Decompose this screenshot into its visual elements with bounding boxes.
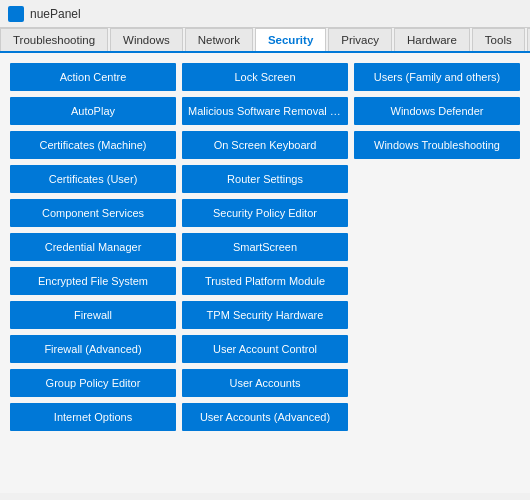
- title-bar: nuePanel: [0, 0, 530, 28]
- security-button-9[interactable]: Certificates (User): [10, 165, 176, 193]
- security-button-24[interactable]: Firewall (Advanced): [10, 335, 176, 363]
- security-button-13[interactable]: Security Policy Editor: [182, 199, 348, 227]
- security-button-5[interactable]: Windows Defender: [354, 97, 520, 125]
- tab-network[interactable]: Network: [185, 28, 253, 51]
- security-button-22[interactable]: TPM Security Hardware: [182, 301, 348, 329]
- tab-bar: TroubleshootingWindowsNetworkSecurityPri…: [0, 28, 530, 53]
- security-button-25[interactable]: User Account Control: [182, 335, 348, 363]
- security-button-1[interactable]: Lock Screen: [182, 63, 348, 91]
- tab-tools[interactable]: Tools: [472, 28, 525, 51]
- security-button-28[interactable]: User Accounts: [182, 369, 348, 397]
- tab-privacy[interactable]: Privacy: [328, 28, 392, 51]
- content-area: Action CentreLock ScreenUsers (Family an…: [0, 53, 530, 493]
- security-button-0[interactable]: Action Centre: [10, 63, 176, 91]
- tab-security[interactable]: Security: [255, 28, 326, 53]
- security-button-27[interactable]: Group Policy Editor: [10, 369, 176, 397]
- security-button-7[interactable]: On Screen Keyboard: [182, 131, 348, 159]
- app-title: nuePanel: [30, 7, 81, 21]
- security-button-16[interactable]: SmartScreen: [182, 233, 348, 261]
- security-button-31[interactable]: User Accounts (Advanced): [182, 403, 348, 431]
- security-button-3[interactable]: AutoPlay: [10, 97, 176, 125]
- security-button-21[interactable]: Firewall: [10, 301, 176, 329]
- tab-hardware[interactable]: Hardware: [394, 28, 470, 51]
- security-button-30[interactable]: Internet Options: [10, 403, 176, 431]
- button-grid: Action CentreLock ScreenUsers (Family an…: [10, 63, 520, 431]
- security-button-4[interactable]: Malicious Software Removal Tool: [182, 97, 348, 125]
- security-button-2[interactable]: Users (Family and others): [354, 63, 520, 91]
- security-button-6[interactable]: Certificates (Machine): [10, 131, 176, 159]
- security-button-15[interactable]: Credential Manager: [10, 233, 176, 261]
- security-button-8[interactable]: Windows Troubleshooting: [354, 131, 520, 159]
- security-button-10[interactable]: Router Settings: [182, 165, 348, 193]
- tab-windows[interactable]: Windows: [110, 28, 183, 51]
- security-button-19[interactable]: Trusted Platform Module: [182, 267, 348, 295]
- tab-troubleshooting[interactable]: Troubleshooting: [0, 28, 108, 51]
- security-button-12[interactable]: Component Services: [10, 199, 176, 227]
- security-button-18[interactable]: Encrypted File System: [10, 267, 176, 295]
- app-icon: [8, 6, 24, 22]
